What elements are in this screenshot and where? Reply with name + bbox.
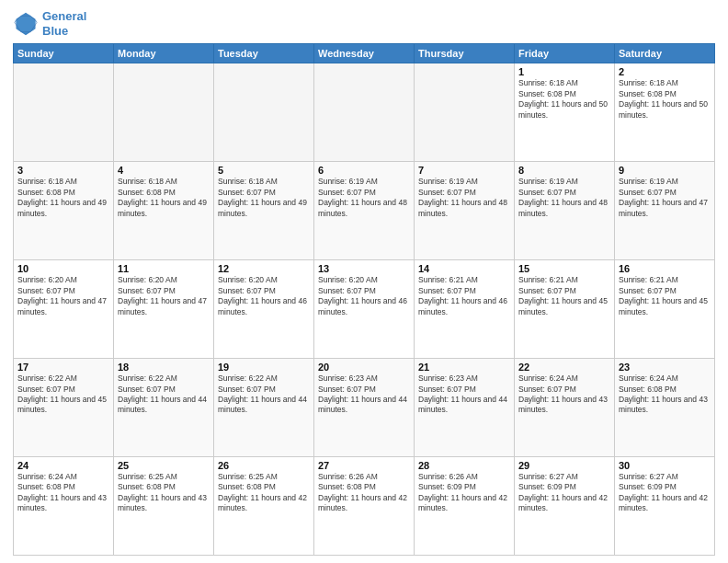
day-detail: Sunrise: 6:26 AM Sunset: 6:08 PM Dayligh… xyxy=(318,472,410,514)
day-number: 20 xyxy=(318,362,410,373)
day-cell: 7Sunrise: 6:19 AM Sunset: 6:07 PM Daylig… xyxy=(415,162,515,260)
day-number: 22 xyxy=(518,362,610,373)
day-detail: Sunrise: 6:24 AM Sunset: 6:07 PM Dayligh… xyxy=(518,373,610,416)
day-detail: Sunrise: 6:20 AM Sunset: 6:07 PM Dayligh… xyxy=(118,275,210,317)
day-detail: Sunrise: 6:22 AM Sunset: 6:07 PM Dayligh… xyxy=(218,373,310,416)
day-detail: Sunrise: 6:18 AM Sunset: 6:08 PM Dayligh… xyxy=(17,177,109,219)
day-number: 28 xyxy=(418,460,510,471)
day-cell: 15Sunrise: 6:21 AM Sunset: 6:07 PM Dayli… xyxy=(515,260,615,359)
day-cell: 6Sunrise: 6:19 AM Sunset: 6:07 PM Daylig… xyxy=(314,162,415,260)
calendar-table: SundayMondayTuesdayWednesdayThursdayFrid… xyxy=(13,43,715,556)
day-detail: Sunrise: 6:18 AM Sunset: 6:08 PM Dayligh… xyxy=(619,78,711,121)
day-number: 27 xyxy=(318,460,410,471)
weekday-header-tuesday: Tuesday xyxy=(214,44,314,63)
day-cell: 4Sunrise: 6:18 AM Sunset: 6:08 PM Daylig… xyxy=(114,162,214,260)
day-cell: 18Sunrise: 6:22 AM Sunset: 6:07 PM Dayli… xyxy=(114,359,214,457)
weekday-header-row: SundayMondayTuesdayWednesdayThursdayFrid… xyxy=(14,44,715,63)
day-detail: Sunrise: 6:20 AM Sunset: 6:07 PM Dayligh… xyxy=(318,275,410,317)
day-cell: 9Sunrise: 6:19 AM Sunset: 6:07 PM Daylig… xyxy=(615,162,715,260)
day-cell: 1Sunrise: 6:18 AM Sunset: 6:08 PM Daylig… xyxy=(515,63,615,162)
day-number: 25 xyxy=(118,460,210,471)
week-row-5: 24Sunrise: 6:24 AM Sunset: 6:08 PM Dayli… xyxy=(14,457,715,556)
day-cell: 27Sunrise: 6:26 AM Sunset: 6:08 PM Dayli… xyxy=(314,457,415,556)
day-detail: Sunrise: 6:23 AM Sunset: 6:07 PM Dayligh… xyxy=(318,373,410,416)
day-cell: 3Sunrise: 6:18 AM Sunset: 6:08 PM Daylig… xyxy=(14,162,114,260)
day-number: 24 xyxy=(17,460,109,471)
logo: General Blue xyxy=(13,9,86,38)
day-detail: Sunrise: 6:26 AM Sunset: 6:09 PM Dayligh… xyxy=(418,472,510,514)
day-number: 7 xyxy=(418,165,510,176)
day-detail: Sunrise: 6:22 AM Sunset: 6:07 PM Dayligh… xyxy=(118,373,210,416)
day-number: 30 xyxy=(619,460,711,471)
day-detail: Sunrise: 6:21 AM Sunset: 6:07 PM Dayligh… xyxy=(518,275,610,317)
week-row-2: 3Sunrise: 6:18 AM Sunset: 6:08 PM Daylig… xyxy=(14,162,715,260)
day-number: 14 xyxy=(418,263,510,274)
day-cell: 30Sunrise: 6:27 AM Sunset: 6:09 PM Dayli… xyxy=(615,457,715,556)
logo-icon xyxy=(13,11,39,37)
day-number: 5 xyxy=(218,165,310,176)
day-cell: 23Sunrise: 6:24 AM Sunset: 6:08 PM Dayli… xyxy=(615,359,715,457)
day-detail: Sunrise: 6:19 AM Sunset: 6:07 PM Dayligh… xyxy=(318,177,410,219)
day-number: 8 xyxy=(518,165,610,176)
day-cell: 24Sunrise: 6:24 AM Sunset: 6:08 PM Dayli… xyxy=(14,457,114,556)
day-cell: 17Sunrise: 6:22 AM Sunset: 6:07 PM Dayli… xyxy=(14,359,114,457)
week-row-3: 10Sunrise: 6:20 AM Sunset: 6:07 PM Dayli… xyxy=(14,260,715,359)
day-number: 6 xyxy=(318,165,410,176)
day-cell: 5Sunrise: 6:18 AM Sunset: 6:07 PM Daylig… xyxy=(214,162,314,260)
day-detail: Sunrise: 6:22 AM Sunset: 6:07 PM Dayligh… xyxy=(17,373,109,416)
day-number: 11 xyxy=(118,263,210,274)
day-number: 19 xyxy=(218,362,310,373)
day-detail: Sunrise: 6:20 AM Sunset: 6:07 PM Dayligh… xyxy=(17,275,109,317)
day-detail: Sunrise: 6:21 AM Sunset: 6:07 PM Dayligh… xyxy=(619,275,711,317)
day-number: 13 xyxy=(318,263,410,274)
weekday-header-friday: Friday xyxy=(515,44,615,63)
day-cell: 25Sunrise: 6:25 AM Sunset: 6:08 PM Dayli… xyxy=(114,457,214,556)
logo-text: General Blue xyxy=(42,9,86,38)
day-detail: Sunrise: 6:20 AM Sunset: 6:07 PM Dayligh… xyxy=(218,275,310,317)
weekday-header-thursday: Thursday xyxy=(415,44,515,63)
day-detail: Sunrise: 6:27 AM Sunset: 6:09 PM Dayligh… xyxy=(518,472,610,514)
day-cell: 21Sunrise: 6:23 AM Sunset: 6:07 PM Dayli… xyxy=(415,359,515,457)
day-number: 9 xyxy=(619,165,711,176)
day-detail: Sunrise: 6:24 AM Sunset: 6:08 PM Dayligh… xyxy=(619,373,711,416)
week-row-1: 1Sunrise: 6:18 AM Sunset: 6:08 PM Daylig… xyxy=(14,63,715,162)
day-cell: 11Sunrise: 6:20 AM Sunset: 6:07 PM Dayli… xyxy=(114,260,214,359)
day-cell: 26Sunrise: 6:25 AM Sunset: 6:08 PM Dayli… xyxy=(214,457,314,556)
day-number: 3 xyxy=(17,165,109,176)
day-number: 17 xyxy=(17,362,109,373)
day-number: 15 xyxy=(518,263,610,274)
day-cell xyxy=(214,63,314,162)
day-number: 21 xyxy=(418,362,510,373)
day-detail: Sunrise: 6:18 AM Sunset: 6:07 PM Dayligh… xyxy=(218,177,310,219)
day-detail: Sunrise: 6:25 AM Sunset: 6:08 PM Dayligh… xyxy=(118,472,210,514)
day-cell: 28Sunrise: 6:26 AM Sunset: 6:09 PM Dayli… xyxy=(415,457,515,556)
weekday-header-wednesday: Wednesday xyxy=(314,44,415,63)
day-detail: Sunrise: 6:25 AM Sunset: 6:08 PM Dayligh… xyxy=(218,472,310,514)
day-number: 29 xyxy=(518,460,610,471)
day-number: 16 xyxy=(619,263,711,274)
day-cell: 16Sunrise: 6:21 AM Sunset: 6:07 PM Dayli… xyxy=(615,260,715,359)
day-cell: 2Sunrise: 6:18 AM Sunset: 6:08 PM Daylig… xyxy=(615,63,715,162)
day-number: 18 xyxy=(118,362,210,373)
day-cell: 19Sunrise: 6:22 AM Sunset: 6:07 PM Dayli… xyxy=(214,359,314,457)
logo-blue: Blue xyxy=(42,24,86,39)
day-cell xyxy=(314,63,415,162)
day-cell: 22Sunrise: 6:24 AM Sunset: 6:07 PM Dayli… xyxy=(515,359,615,457)
logo-general: General xyxy=(42,9,86,23)
day-number: 1 xyxy=(518,66,610,77)
weekday-header-sunday: Sunday xyxy=(14,44,114,63)
day-cell xyxy=(114,63,214,162)
page: General Blue SundayMondayTuesdayWednesda… xyxy=(0,0,728,563)
day-detail: Sunrise: 6:19 AM Sunset: 6:07 PM Dayligh… xyxy=(518,177,610,219)
day-detail: Sunrise: 6:27 AM Sunset: 6:09 PM Dayligh… xyxy=(619,472,711,514)
day-detail: Sunrise: 6:18 AM Sunset: 6:08 PM Dayligh… xyxy=(518,78,610,121)
day-detail: Sunrise: 6:19 AM Sunset: 6:07 PM Dayligh… xyxy=(619,177,711,219)
day-cell: 29Sunrise: 6:27 AM Sunset: 6:09 PM Dayli… xyxy=(515,457,615,556)
day-number: 10 xyxy=(17,263,109,274)
day-number: 23 xyxy=(619,362,711,373)
day-cell: 13Sunrise: 6:20 AM Sunset: 6:07 PM Dayli… xyxy=(314,260,415,359)
day-cell: 8Sunrise: 6:19 AM Sunset: 6:07 PM Daylig… xyxy=(515,162,615,260)
day-detail: Sunrise: 6:23 AM Sunset: 6:07 PM Dayligh… xyxy=(418,373,510,416)
day-cell: 10Sunrise: 6:20 AM Sunset: 6:07 PM Dayli… xyxy=(14,260,114,359)
day-detail: Sunrise: 6:21 AM Sunset: 6:07 PM Dayligh… xyxy=(418,275,510,317)
